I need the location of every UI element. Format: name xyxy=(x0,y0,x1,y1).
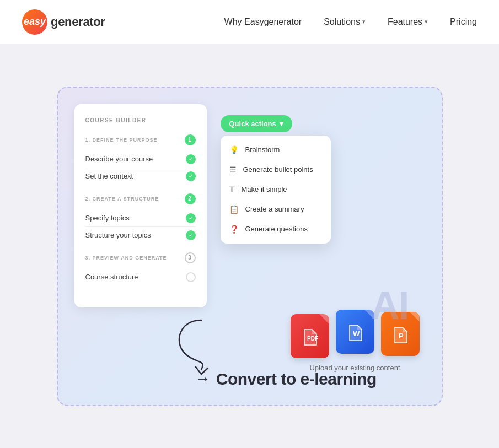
svg-text:W: W xyxy=(353,330,360,338)
quick-actions-dropdown: 💡 Brainstorm ☰ Generate bullet points 𝕋 … xyxy=(221,136,331,244)
nav-why[interactable]: Why Easygenerator xyxy=(224,17,302,27)
features-chevron-icon: ▾ xyxy=(425,18,428,25)
course-builder-card: COURSE BUILDER 1. DEFINE THE PURPOSE 1 D… xyxy=(74,104,207,307)
quick-actions-button[interactable]: Quick actions ▾ xyxy=(221,115,292,132)
pdf-icon: PDF xyxy=(291,314,329,358)
check-icon-3: ✓ xyxy=(186,213,196,223)
step-1-item-1: Describe your course ✓ xyxy=(85,151,196,168)
ai-label: AI xyxy=(371,283,409,328)
quick-actions-chevron-icon: ▾ xyxy=(280,120,283,128)
step-3-header: 3. PREVIEW AND GENERATE 3 xyxy=(85,252,196,263)
step-1-badge: 1 xyxy=(185,134,196,145)
step-2-section: 2. CREATE A STRUCTURE 2 Specify topics ✓… xyxy=(85,193,196,244)
text-icon: 𝕋 xyxy=(229,185,235,194)
dropdown-brainstorm[interactable]: 💡 Brainstorm xyxy=(221,140,331,160)
dropdown-make-simple[interactable]: 𝕋 Make it simple xyxy=(221,180,331,199)
svg-text:P: P xyxy=(399,332,404,340)
nav-links: Why Easygenerator Solutions ▾ Features ▾… xyxy=(224,17,477,27)
course-builder-title: COURSE BUILDER xyxy=(85,117,196,123)
check-icon-1: ✓ xyxy=(186,154,196,164)
step-3-badge: 3 xyxy=(185,252,196,263)
dropdown-create-summary[interactable]: 📋 Create a summary xyxy=(221,199,331,219)
step-1-header: 1. DEFINE THE PURPOSE 1 xyxy=(85,134,196,145)
convert-section: → Convert to e-learning xyxy=(195,370,377,388)
dropdown-generate-questions[interactable]: ❓ Generate questions xyxy=(221,219,331,239)
step-2-badge: 2 xyxy=(185,193,196,204)
main-content: COURSE BUILDER 1. DEFINE THE PURPOSE 1 D… xyxy=(0,44,499,448)
convert-text: Convert to e-learning xyxy=(216,370,377,388)
doc-icon: 📋 xyxy=(229,205,239,214)
hero-container: COURSE BUILDER 1. DEFINE THE PURPOSE 1 D… xyxy=(57,87,443,406)
word-icon: W xyxy=(336,310,374,354)
check-icon-2: ✓ xyxy=(186,171,196,181)
step-1-section: 1. DEFINE THE PURPOSE 1 Describe your co… xyxy=(85,134,196,185)
dropdown-bullet-points[interactable]: ☰ Generate bullet points xyxy=(221,160,331,180)
question-icon: ❓ xyxy=(229,225,239,234)
step-1-item-2: Set the context ✓ xyxy=(85,168,196,185)
svg-text:PDF: PDF xyxy=(307,336,318,342)
quick-actions-wrap: Quick actions ▾ 💡 Brainstorm ☰ Generate … xyxy=(221,115,331,244)
step-2-item-1: Specify topics ✓ xyxy=(85,210,196,227)
step-2-header: 2. CREATE A STRUCTURE 2 xyxy=(85,193,196,204)
navbar: easy generator Why Easygenerator Solutio… xyxy=(0,0,499,44)
empty-circle-icon xyxy=(186,272,196,282)
bulb-icon: 💡 xyxy=(229,145,239,154)
nav-solutions[interactable]: Solutions ▾ xyxy=(324,17,366,27)
logo[interactable]: easy generator xyxy=(22,9,105,35)
nav-pricing[interactable]: Pricing xyxy=(450,17,477,27)
step-3-section: 3. PREVIEW AND GENERATE 3 Course structu… xyxy=(85,252,196,285)
solutions-chevron-icon: ▾ xyxy=(362,18,366,25)
step-3-item-1: Course structure xyxy=(85,269,196,285)
step-2-item-2: Structure your topics ✓ xyxy=(85,227,196,244)
logo-text: generator xyxy=(51,15,105,29)
logo-icon: easy xyxy=(22,9,47,35)
list-icon: ☰ xyxy=(229,165,237,174)
nav-features[interactable]: Features ▾ xyxy=(388,17,428,27)
check-icon-4: ✓ xyxy=(186,230,196,240)
